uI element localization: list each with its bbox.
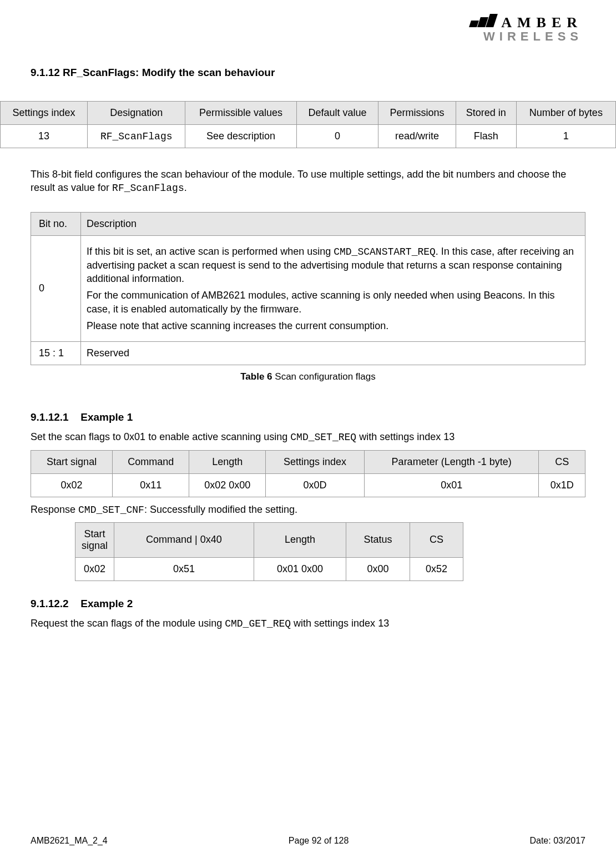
- logo-text-bottom: WIRELESS: [470, 31, 583, 43]
- col-header: Length: [254, 522, 346, 557]
- subsection-number: 9.1.12.1: [31, 411, 78, 423]
- col-header: Length: [189, 450, 266, 473]
- text: This 8-bit field configures the scan beh…: [31, 169, 566, 193]
- paragraph: For the communication of AMB2621 modules…: [87, 289, 579, 316]
- table-row: Settings index Designation Permissible v…: [1, 102, 616, 125]
- text: Request the scan flags of the module usi…: [31, 618, 225, 629]
- cell: 13: [1, 125, 88, 148]
- code-text: CMD_GET_REQ: [225, 618, 291, 629]
- text: Set the scan flags to 0x01 to enable act…: [31, 431, 290, 442]
- col-header: Status: [346, 522, 410, 557]
- col-header: Permissions: [378, 102, 456, 125]
- col-header: Stored in: [456, 102, 516, 125]
- cell: 0x52: [410, 557, 463, 581]
- text: with settings index 13: [291, 618, 389, 629]
- logo-text-top: AMBER: [501, 14, 583, 31]
- cell: See description: [185, 125, 296, 148]
- subsection-heading: 9.1.12.2 Example 2: [31, 598, 585, 610]
- cell: 0x01 0x00: [254, 557, 346, 581]
- cell: RF_ScanFlags: [88, 125, 185, 148]
- section-heading: 9.1.12 RF_ScanFlags: Modify the scan beh…: [31, 67, 585, 79]
- subsection-title: Example 2: [80, 598, 133, 609]
- cell: 1: [516, 125, 615, 148]
- cell: 0x01: [364, 473, 538, 497]
- text: .: [184, 182, 187, 193]
- table-row: Start signal Command | 0x40 Length Statu…: [75, 522, 463, 557]
- cell: 0x51: [114, 557, 254, 581]
- text: with settings index 13: [356, 431, 455, 442]
- table-row: 0 If this bit is set, an active scan is …: [31, 235, 585, 342]
- section-title: RF_ScanFlags: Modify the scan behaviour: [63, 67, 275, 78]
- text: If this bit is set, an active scan is pe…: [87, 246, 334, 257]
- col-header: Designation: [88, 102, 185, 125]
- col-header: Settings index: [1, 102, 88, 125]
- section-number: 9.1.12: [31, 67, 60, 78]
- table-row: 15 : 1 Reserved: [31, 342, 585, 365]
- col-header: Default value: [296, 102, 378, 125]
- logo-bars-icon: [470, 14, 497, 30]
- code-text: CMD_SCANSTART_REQ: [334, 246, 436, 258]
- cell: read/write: [378, 125, 456, 148]
- code-text: CMD_SET_REQ: [290, 432, 356, 443]
- table-row: Start signal Command Length Settings ind…: [31, 450, 585, 473]
- cell: 0x00: [346, 557, 410, 581]
- col-header: Number of bytes: [516, 102, 615, 125]
- subsection-heading: 9.1.12.1 Example 1: [31, 411, 585, 423]
- cell: 0x11: [113, 473, 189, 497]
- settings-table: Settings index Designation Permissible v…: [0, 101, 616, 148]
- table-row: Bit no. Description: [31, 212, 585, 235]
- cell: 0: [31, 235, 81, 342]
- col-header: Bit no.: [31, 212, 81, 235]
- table-row: 0x02 0x11 0x02 0x00 0x0D 0x01 0x1D: [31, 473, 585, 497]
- caption-label: Table 6: [240, 371, 272, 382]
- col-header: CS: [410, 522, 463, 557]
- footer-left: AMB2621_MA_2_4: [31, 836, 108, 846]
- text: : Successfully modified the setting.: [144, 504, 297, 515]
- cell: Reserved: [81, 342, 585, 365]
- cell: 0x02: [75, 557, 114, 581]
- cell: 0x02 0x00: [189, 473, 266, 497]
- page-footer: AMB2621_MA_2_4 Page 92 of 128 Date: 03/2…: [31, 836, 585, 846]
- cell: 15 : 1: [31, 342, 81, 365]
- col-header: Description: [81, 212, 585, 235]
- paragraph: Request the scan flags of the module usi…: [31, 617, 585, 630]
- intro-paragraph: This 8-bit field configures the scan beh…: [31, 168, 585, 195]
- cell: Flash: [456, 125, 516, 148]
- cell: 0x0D: [266, 473, 365, 497]
- col-header: Start signal: [75, 522, 114, 557]
- paragraph: Please note that active scanning increas…: [87, 319, 579, 332]
- col-header: Parameter (Length -1 byte): [364, 450, 538, 473]
- paragraph: Set the scan flags to 0x01 to enable act…: [31, 430, 585, 444]
- code-text: RF_ScanFlags: [112, 183, 184, 194]
- example1-req-table: Start signal Command Length Settings ind…: [31, 450, 585, 497]
- cell: If this bit is set, an active scan is pe…: [81, 235, 585, 342]
- cell: 0: [296, 125, 378, 148]
- subsection-title: Example 1: [80, 411, 133, 423]
- col-header: Settings index: [266, 450, 365, 473]
- table-caption: Table 6 Scan configuration flags: [31, 371, 585, 383]
- cell: 0x02: [31, 473, 113, 497]
- paragraph: If this bit is set, an active scan is pe…: [87, 245, 579, 286]
- brand-logo: AMBER WIRELESS: [470, 14, 583, 43]
- col-header: CS: [539, 450, 585, 473]
- caption-text: Scan configuration flags: [272, 371, 376, 382]
- paragraph: Response CMD_SET_CNF: Successfully modif…: [31, 503, 585, 517]
- col-header: Start signal: [31, 450, 113, 473]
- col-header: Command | 0x40: [114, 522, 254, 557]
- footer-center: Page 92 of 128: [289, 836, 349, 846]
- example1-resp-table: Start signal Command | 0x40 Length Statu…: [75, 522, 463, 581]
- footer-right: Date: 03/2017: [529, 836, 585, 846]
- col-header: Permissible values: [185, 102, 296, 125]
- bit-table: Bit no. Description 0 If this bit is set…: [31, 212, 585, 366]
- text: Response: [31, 504, 78, 515]
- table-row: 0x02 0x51 0x01 0x00 0x00 0x52: [75, 557, 463, 581]
- cell: 0x1D: [539, 473, 585, 497]
- code-text: CMD_SET_CNF: [78, 504, 144, 516]
- col-header: Command: [113, 450, 189, 473]
- subsection-number: 9.1.12.2: [31, 598, 78, 610]
- table-row: 13 RF_ScanFlags See description 0 read/w…: [1, 125, 616, 148]
